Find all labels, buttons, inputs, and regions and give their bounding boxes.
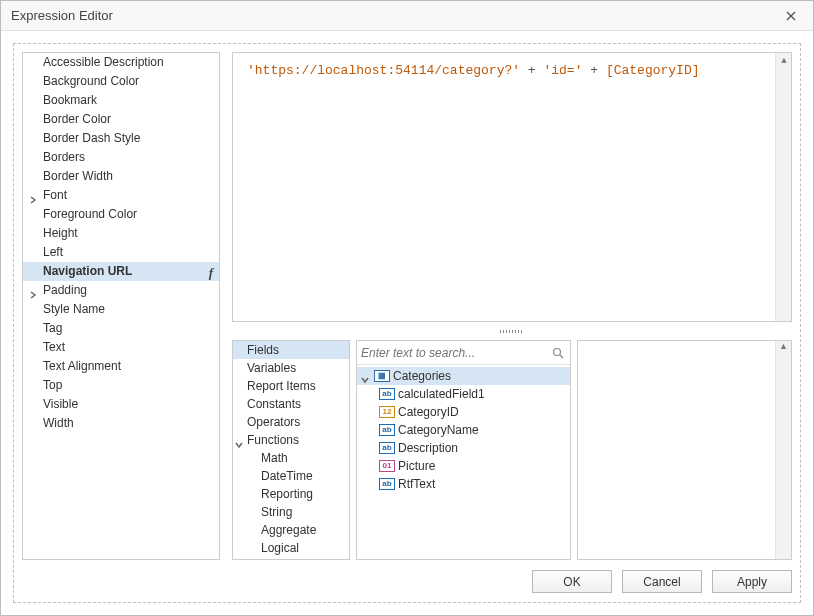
- expr-field: [CategoryID]: [606, 63, 700, 78]
- property-label: Visible: [43, 397, 78, 411]
- scroll-up-icon[interactable]: ▲: [776, 341, 791, 351]
- category-item[interactable]: Math: [233, 449, 349, 467]
- tree-item[interactable]: 01Picture: [357, 457, 570, 475]
- property-item[interactable]: Border Width: [23, 167, 219, 186]
- button-row: OK Cancel Apply: [22, 568, 792, 594]
- horizontal-splitter[interactable]: [232, 328, 792, 334]
- property-item[interactable]: Style Name: [23, 300, 219, 319]
- property-item[interactable]: Accessible Description: [23, 53, 219, 72]
- tree-item[interactable]: abcalculatedField1: [357, 385, 570, 403]
- property-item[interactable]: Text Alignment: [23, 357, 219, 376]
- property-label: Foreground Color: [43, 207, 137, 221]
- property-label: Border Dash Style: [43, 131, 140, 145]
- ab-type-icon: ab: [379, 424, 395, 436]
- scroll-up-icon[interactable]: ▲: [776, 53, 792, 69]
- expression-editor[interactable]: 'https://localhost:54114/category?' + 'i…: [232, 52, 792, 322]
- category-item[interactable]: String: [233, 503, 349, 521]
- category-label: Variables: [247, 361, 296, 375]
- property-item[interactable]: Border Dash Style: [23, 129, 219, 148]
- property-label: Border Color: [43, 112, 111, 126]
- apply-button[interactable]: Apply: [712, 570, 792, 593]
- titlebar: Expression Editor: [1, 1, 813, 31]
- category-label: Logical: [261, 541, 299, 555]
- category-label: Fields: [247, 343, 279, 357]
- property-item[interactable]: Top: [23, 376, 219, 395]
- search-input[interactable]: [361, 346, 550, 360]
- svg-point-0: [554, 348, 561, 355]
- property-label: Left: [43, 245, 63, 259]
- close-button[interactable]: [779, 4, 803, 28]
- property-item[interactable]: Font: [23, 186, 219, 205]
- property-item[interactable]: Border Color: [23, 110, 219, 129]
- fx-icon: f: [209, 263, 213, 282]
- 01-type-icon: 01: [379, 460, 395, 472]
- properties-panel[interactable]: Accessible DescriptionBackground ColorBo…: [22, 52, 220, 560]
- category-item[interactable]: Logical: [233, 539, 349, 557]
- expr-string-1: 'https://localhost:54114/category?': [247, 63, 520, 78]
- property-item[interactable]: Padding: [23, 281, 219, 300]
- category-item[interactable]: Report Items: [233, 377, 349, 395]
- property-label: Text: [43, 340, 65, 354]
- tree-item[interactable]: abDescription: [357, 439, 570, 457]
- property-item[interactable]: Visible: [23, 395, 219, 414]
- ab-type-icon: ab: [379, 442, 395, 454]
- chevron-down-icon[interactable]: [361, 371, 371, 381]
- tree-label: CategoryName: [398, 421, 479, 439]
- chevron-right-icon[interactable]: [29, 191, 37, 199]
- category-panel[interactable]: FieldsVariablesReport ItemsConstantsOper…: [232, 340, 350, 560]
- property-label: Top: [43, 378, 62, 392]
- category-item[interactable]: DateTime: [233, 467, 349, 485]
- property-label: Height: [43, 226, 78, 240]
- close-icon: [786, 11, 796, 21]
- tree-item[interactable]: abRtfText: [357, 475, 570, 493]
- svg-line-1: [560, 355, 563, 358]
- fields-tree[interactable]: ▦CategoriesabcalculatedField112CategoryI…: [357, 365, 570, 559]
- expr-string-2: 'id=': [543, 63, 582, 78]
- tree-label: Picture: [398, 457, 435, 475]
- table-type-icon: ▦: [374, 370, 390, 382]
- property-label: Background Color: [43, 74, 139, 88]
- tree-label: RtfText: [398, 475, 435, 493]
- property-item[interactable]: Width: [23, 414, 219, 433]
- category-label: Aggregate: [261, 523, 316, 537]
- property-label: Text Alignment: [43, 359, 121, 373]
- search-box: [357, 341, 570, 365]
- property-label: Bookmark: [43, 93, 97, 107]
- property-label: Border Width: [43, 169, 113, 183]
- property-item[interactable]: Foreground Color: [23, 205, 219, 224]
- property-item[interactable]: Tag: [23, 319, 219, 338]
- category-label: String: [261, 505, 292, 519]
- ok-button[interactable]: OK: [532, 570, 612, 593]
- category-label: Constants: [247, 397, 301, 411]
- category-item[interactable]: Functions: [233, 431, 349, 449]
- category-label: Reporting: [261, 487, 313, 501]
- expr-plus-1: +: [520, 63, 543, 78]
- category-item[interactable]: Fields: [233, 341, 349, 359]
- cancel-button[interactable]: Cancel: [622, 570, 702, 593]
- category-item[interactable]: Operators: [233, 413, 349, 431]
- category-item[interactable]: Variables: [233, 359, 349, 377]
- property-label: Navigation URL: [43, 264, 132, 278]
- tree-item[interactable]: 12CategoryID: [357, 403, 570, 421]
- property-item[interactable]: Height: [23, 224, 219, 243]
- property-item[interactable]: Bookmark: [23, 91, 219, 110]
- editor-scrollbar[interactable]: ▲: [775, 53, 791, 321]
- chevron-right-icon[interactable]: [29, 286, 37, 294]
- description-scrollbar[interactable]: ▲: [775, 341, 791, 559]
- category-label: Functions: [247, 433, 299, 447]
- category-item[interactable]: Reporting: [233, 485, 349, 503]
- tree-label: Categories: [393, 367, 451, 385]
- category-item[interactable]: Constants: [233, 395, 349, 413]
- property-item[interactable]: Background Color: [23, 72, 219, 91]
- property-label: Width: [43, 416, 74, 430]
- tree-item[interactable]: abCategoryName: [357, 421, 570, 439]
- search-icon[interactable]: [550, 345, 566, 361]
- property-item[interactable]: Borders: [23, 148, 219, 167]
- property-item[interactable]: Text: [23, 338, 219, 357]
- property-item[interactable]: Left: [23, 243, 219, 262]
- category-item[interactable]: Aggregate: [233, 521, 349, 539]
- property-label: Borders: [43, 150, 85, 164]
- property-item[interactable]: Navigation URLf: [23, 262, 219, 281]
- tree-root[interactable]: ▦Categories: [357, 367, 570, 385]
- chevron-down-icon[interactable]: [235, 436, 243, 444]
